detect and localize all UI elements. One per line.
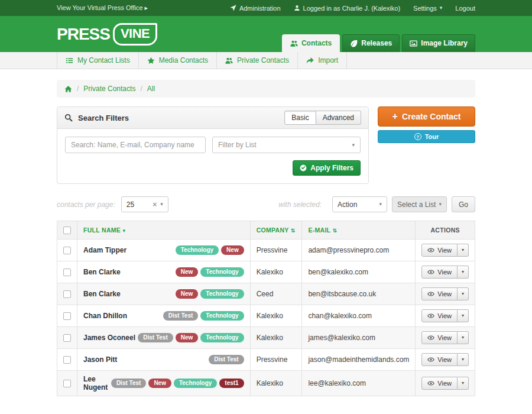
settings-label: Settings <box>413 5 437 12</box>
view-button[interactable]: View <box>421 244 458 257</box>
subnav-item-media-contacts[interactable]: Media Contacts <box>139 52 217 69</box>
view-dropdown-button[interactable]: ▾ <box>458 353 469 366</box>
per-page-label: contacts per page: <box>57 200 115 209</box>
row-checkbox[interactable] <box>63 290 71 298</box>
tag-badge: test1 <box>219 379 244 388</box>
tag-badge: New <box>221 245 244 255</box>
tab-releases[interactable]: Releases <box>342 34 400 52</box>
subnav-item-import[interactable]: Import <box>298 52 347 69</box>
contact-company: Kalexiko <box>250 305 302 326</box>
action-select-value: Action <box>338 200 357 209</box>
tag-badge: Technology <box>200 333 244 342</box>
email-header-label: E-MAIL <box>308 227 330 234</box>
tag-badge: Dist Test <box>138 333 173 342</box>
tag-badge: Technology <box>200 289 244 299</box>
filter-by-list-select[interactable]: Filter by List ▾ <box>212 137 361 153</box>
tag-list: NewTechnology <box>176 267 244 277</box>
subnav-label: Private Contacts <box>237 56 289 64</box>
sort-both-icon: ⇅ <box>291 228 296 234</box>
view-button[interactable]: View <box>421 353 458 366</box>
search-icon <box>64 114 73 122</box>
view-caret-icon: ▾ <box>462 247 464 253</box>
contact-name: Ben Clarke <box>83 268 121 276</box>
tag-badge: New <box>176 267 199 277</box>
column-header-actions: ACTIONS <box>416 221 475 240</box>
contact-email: ben@itsbcause.co.uk <box>302 283 416 305</box>
sort-both-icon: ⇅ <box>332 228 337 234</box>
column-header-full-name[interactable]: FULL NAME ▾ <box>77 221 251 240</box>
view-button[interactable]: View <box>421 377 458 390</box>
view-button[interactable]: View <box>421 287 458 300</box>
logout-label: Logout <box>455 5 475 12</box>
clear-icon[interactable]: × <box>153 200 157 209</box>
view-button[interactable]: View <box>421 309 458 322</box>
settings-menu[interactable]: Settings ▾ <box>413 5 442 12</box>
row-checkbox[interactable] <box>63 269 71 276</box>
create-contact-button[interactable]: + Create Contact <box>378 106 475 127</box>
row-checkbox[interactable] <box>63 312 71 320</box>
view-button[interactable]: View <box>421 331 458 344</box>
tab-image-library[interactable]: Image Library <box>402 34 475 52</box>
view-button-label: View <box>437 290 452 297</box>
logo-press-text: PRESS <box>57 25 110 44</box>
per-page-select[interactable]: 25 × ▾ <box>121 196 168 212</box>
view-caret-icon: ▾ <box>462 380 464 386</box>
subnav-item-my-contact-lists[interactable]: My Contact Lists <box>57 52 139 69</box>
tab-contacts[interactable]: Contacts <box>282 34 340 52</box>
logout-link[interactable]: Logout <box>455 5 475 12</box>
contact-name: Chan Dhillon <box>83 312 127 320</box>
contact-email: lee@kalexiko.com <box>302 370 416 396</box>
breadcrumb-all[interactable]: All <box>147 85 155 93</box>
main-header: PRESS VINE Contacts Releases Image Libra… <box>0 16 532 52</box>
pressvine-logo[interactable]: PRESS VINE <box>57 23 157 46</box>
leaf-icon <box>350 40 358 47</box>
breadcrumb: / Private Contacts / All <box>57 80 475 98</box>
list-icon <box>66 57 73 64</box>
row-checkbox[interactable] <box>63 380 71 387</box>
contact-email: chan@kalexiko.com <box>302 305 416 326</box>
breadcrumb-private-contacts[interactable]: Private Contacts <box>83 85 135 93</box>
image-icon <box>410 40 417 47</box>
actions-header-label: ACTIONS <box>430 227 459 234</box>
row-checkbox[interactable] <box>63 334 71 342</box>
home-icon[interactable] <box>64 85 72 93</box>
basic-mode-button[interactable]: Basic <box>284 111 316 125</box>
logged-in-user[interactable]: Logged in as Charlie J. (Kalexiko) <box>294 5 400 12</box>
sort-desc-icon: ▾ <box>122 228 125 234</box>
breadcrumb-separator: / <box>140 85 142 93</box>
with-selected-label: with selected: <box>278 200 322 209</box>
action-select[interactable]: Action ▾ <box>332 196 387 212</box>
go-button[interactable]: Go <box>452 196 475 212</box>
view-button-label: View <box>437 380 452 387</box>
view-caret-icon: ▾ <box>462 335 464 340</box>
contacts-subnav: My Contact Lists Media Contacts Private … <box>0 52 532 69</box>
advanced-mode-button[interactable]: Advanced <box>316 111 361 125</box>
table-row: Adam Tipper TechnologyNew Pressvine adam… <box>57 239 475 261</box>
row-checkbox[interactable] <box>63 247 71 254</box>
tag-badge: Technology <box>200 311 244 321</box>
view-dropdown-button[interactable]: ▾ <box>458 377 469 390</box>
view-dropdown-button[interactable]: ▾ <box>458 287 469 300</box>
view-dropdown-button[interactable]: ▾ <box>458 244 469 257</box>
view-caret-icon: ▾ <box>462 313 464 318</box>
press-office-link[interactable]: View Your Virtual Press Office ▸ <box>57 4 148 12</box>
select-a-list-select[interactable]: Select a List ▾ <box>392 196 447 212</box>
apply-filters-button[interactable]: Apply Filters <box>293 160 361 176</box>
row-checkbox[interactable] <box>63 356 71 364</box>
subnav-label: My Contact Lists <box>77 56 130 64</box>
tour-button[interactable]: ? Tour <box>378 130 475 143</box>
subnav-item-private-contacts[interactable]: Private Contacts <box>217 52 298 69</box>
column-header-company[interactable]: COMPANY ⇅ <box>250 221 302 240</box>
tab-contacts-label: Contacts <box>301 39 332 47</box>
view-dropdown-button[interactable]: ▾ <box>458 266 469 279</box>
search-input[interactable] <box>65 137 206 153</box>
contact-email: ben@kalexiko.com <box>302 261 416 283</box>
contact-company: Ceed <box>250 283 302 305</box>
select-all-checkbox[interactable] <box>63 227 71 234</box>
administration-link[interactable]: Administration <box>230 5 281 12</box>
column-header-email[interactable]: E-MAIL ⇅ <box>302 221 416 240</box>
view-button[interactable]: View <box>421 266 458 279</box>
contact-company: Kalexiko <box>250 261 302 283</box>
view-dropdown-button[interactable]: ▾ <box>458 331 469 344</box>
view-dropdown-button[interactable]: ▾ <box>458 309 469 322</box>
